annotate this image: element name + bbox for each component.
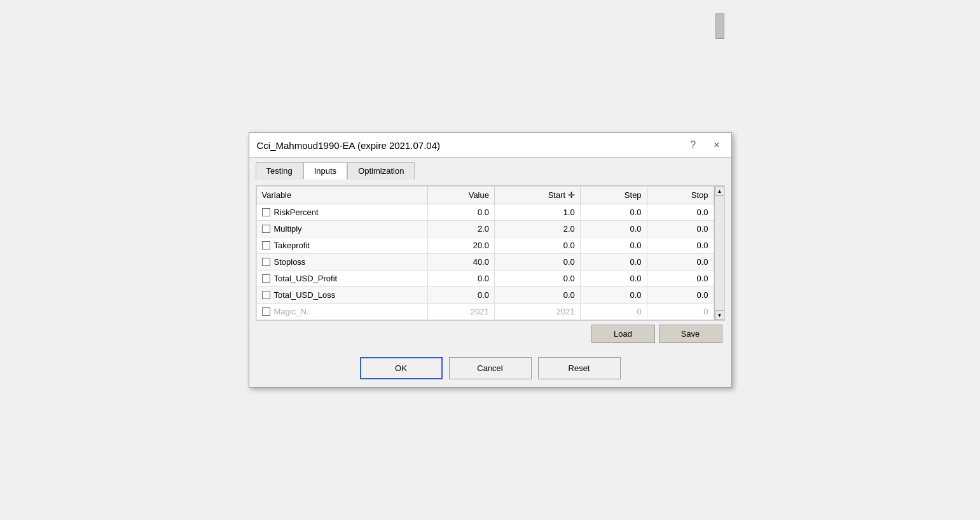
start-cell[interactable]: 0.0 [494,237,580,254]
stop-cell[interactable]: 0.0 [647,254,714,271]
save-button[interactable]: Save [659,325,722,343]
stop-cell[interactable]: 0.0 [647,271,714,287]
value-cell[interactable]: 2.0 [428,221,495,237]
content-area: Variable Value Start ✛ Ste [249,179,731,352]
scroll-up-arrow[interactable]: ▲ [715,186,725,196]
tab-inputs[interactable]: Inputs [303,162,347,179]
step-cell[interactable]: 0.0 [580,254,647,271]
variable-cell: Total_USD_Profit [256,271,428,287]
start-cell[interactable]: 0.0 [494,287,580,304]
table-body: RiskPercent0.01.00.00.0Multiply2.02.00.0… [256,204,714,320]
title-bar-controls: ? × [686,138,723,152]
table-row: Takeprofit20.00.00.00.0 [256,237,714,254]
stop-cell[interactable]: 0.0 [647,204,714,221]
variable-cell: Total_USD_Loss [256,287,428,304]
value-cell[interactable]: 0.0 [428,271,495,287]
step-cell[interactable]: 0.0 [580,271,647,287]
row-checkbox[interactable] [262,274,270,283]
row-checkbox[interactable] [262,241,270,249]
variable-cell: Multiply [256,221,428,237]
scroll-down-arrow[interactable]: ▼ [715,310,725,320]
tab-optimization[interactable]: Optimization [347,162,415,179]
load-button[interactable]: Load [591,325,655,343]
value-cell[interactable]: 0.0 [428,204,495,221]
row-checkbox[interactable] [262,307,270,316]
tab-bar: Testing Inputs Optimization [249,158,731,179]
variable-name: Multiply [274,224,302,234]
window-title: Cci_Mahmoud1990-EA (expire 2021.07.04) [257,140,441,151]
table-header-row: Variable Value Start ✛ Ste [256,186,714,204]
start-cell[interactable]: 0.0 [494,271,580,287]
variable-name: Total_USD_Profit [274,274,338,283]
scrollbar[interactable]: ▲ ▼ [714,186,724,320]
table-row: Total_USD_Loss0.00.00.00.0 [256,287,714,304]
value-cell[interactable]: 2021 [428,304,495,320]
start-cell[interactable]: 1.0 [494,204,580,221]
col-header-variable: Variable [256,186,428,204]
title-bar: Cci_Mahmoud1990-EA (expire 2021.07.04) ?… [249,133,731,158]
row-checkbox[interactable] [262,225,270,233]
table-row: Multiply2.02.00.00.0 [256,221,714,237]
resize-cursor-icon: ✛ [568,190,575,200]
scroll-track[interactable] [715,196,724,310]
start-cell[interactable]: 2.0 [494,221,580,237]
col-header-start: Start ✛ [494,186,580,204]
tab-testing[interactable]: Testing [256,162,303,179]
stop-cell[interactable]: 0.0 [647,221,714,237]
variable-name: Magic_N... [274,307,314,316]
cancel-button[interactable]: Cancel [449,357,532,379]
variable-cell: Magic_N... [256,304,428,320]
table-row: Total_USD_Profit0.00.00.00.0 [256,271,714,287]
inputs-table-container: Variable Value Start ✛ Ste [256,185,725,321]
row-checkbox[interactable] [262,208,270,216]
inputs-table: Variable Value Start ✛ Ste [256,186,714,320]
footer-buttons: OK Cancel Reset [249,352,731,387]
table-action-buttons: Load Save [256,321,725,346]
ok-button[interactable]: OK [360,357,443,379]
step-cell[interactable]: 0.0 [580,204,647,221]
table-row: Stoploss40.00.00.00.0 [256,254,714,271]
start-cell[interactable]: 2021 [494,304,580,320]
row-checkbox[interactable] [262,291,270,299]
stop-cell[interactable]: 0.0 [647,287,714,304]
step-cell[interactable]: 0.0 [580,237,647,254]
variable-name: Stoploss [274,257,306,267]
table-row: RiskPercent0.01.00.00.0 [256,204,714,221]
close-button[interactable]: × [710,138,723,152]
table-row: Magic_N...2021202100 [256,304,714,320]
step-cell[interactable]: 0.0 [580,287,647,304]
value-cell[interactable]: 20.0 [428,237,495,254]
variable-name: Total_USD_Loss [274,290,336,300]
table-wrapper: Variable Value Start ✛ Ste [256,186,714,320]
col-header-value: Value [428,186,495,204]
value-cell[interactable]: 40.0 [428,254,495,271]
table-with-scroll: Variable Value Start ✛ Ste [256,186,724,320]
variable-name: Takeprofit [274,241,310,250]
dialog-window: Cci_Mahmoud1990-EA (expire 2021.07.04) ?… [249,132,732,388]
step-cell[interactable]: 0.0 [580,221,647,237]
variable-cell: RiskPercent [256,204,428,221]
help-button[interactable]: ? [686,138,700,152]
value-cell[interactable]: 0.0 [428,287,495,304]
variable-name: RiskPercent [274,207,319,217]
stop-cell[interactable]: 0 [647,304,714,320]
row-checkbox[interactable] [262,258,270,266]
col-header-step: Step [580,186,647,204]
step-cell[interactable]: 0 [580,304,647,320]
start-cell[interactable]: 0.0 [494,254,580,271]
variable-cell: Stoploss [256,254,428,271]
reset-button[interactable]: Reset [538,357,621,379]
stop-cell[interactable]: 0.0 [647,237,714,254]
col-header-stop: Stop [647,186,714,204]
variable-cell: Takeprofit [256,237,428,254]
